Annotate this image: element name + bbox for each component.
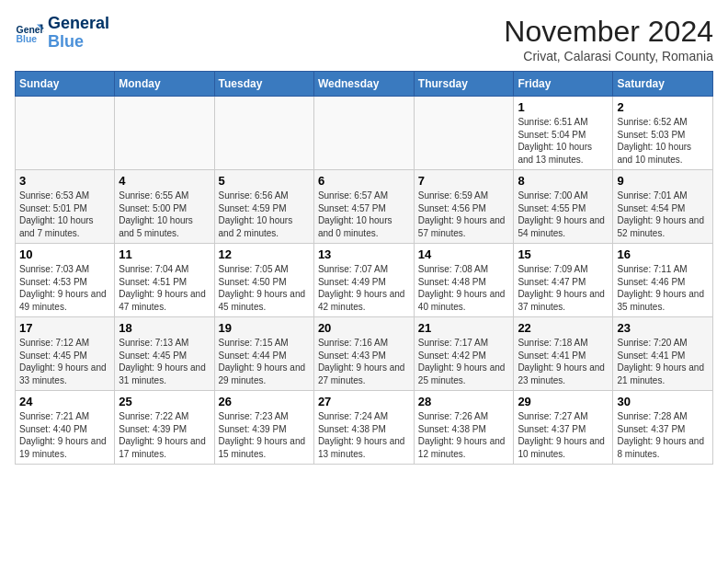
day-number: 28 [418, 395, 510, 408]
logo: General Blue General Blue [15, 15, 109, 52]
calendar-cell: 22Sunrise: 7:18 AM Sunset: 4:41 PM Dayli… [514, 317, 613, 391]
calendar-cell: 13Sunrise: 7:07 AM Sunset: 4:49 PM Dayli… [313, 244, 414, 317]
day-info: Sunrise: 6:59 AM Sunset: 4:56 PM Dayligh… [418, 190, 510, 239]
calendar-week-row: 24Sunrise: 7:21 AM Sunset: 4:40 PM Dayli… [16, 391, 713, 465]
day-info: Sunrise: 6:53 AM Sunset: 5:01 PM Dayligh… [19, 190, 110, 239]
day-info: Sunrise: 7:07 AM Sunset: 4:49 PM Dayligh… [318, 263, 410, 313]
day-info: Sunrise: 6:57 AM Sunset: 4:57 PM Dayligh… [318, 190, 410, 239]
day-info: Sunrise: 7:27 AM Sunset: 4:37 PM Dayligh… [518, 410, 609, 460]
calendar-cell [214, 97, 313, 170]
logo-blue: Blue [48, 33, 109, 52]
calendar-cell: 23Sunrise: 7:20 AM Sunset: 4:41 PM Dayli… [613, 317, 713, 391]
calendar-cell: 9Sunrise: 7:01 AM Sunset: 4:54 PM Daylig… [613, 170, 713, 244]
day-info: Sunrise: 6:51 AM Sunset: 5:04 PM Dayligh… [518, 116, 609, 166]
day-number: 27 [318, 395, 410, 408]
day-number: 23 [617, 321, 709, 335]
weekday-header: Monday [115, 72, 214, 97]
title-area: November 2024 Crivat, Calarasi County, R… [504, 15, 713, 63]
day-info: Sunrise: 7:08 AM Sunset: 4:48 PM Dayligh… [418, 263, 510, 313]
calendar-week-row: 17Sunrise: 7:12 AM Sunset: 4:45 PM Dayli… [16, 317, 713, 391]
day-info: Sunrise: 7:23 AM Sunset: 4:39 PM Dayligh… [219, 410, 310, 460]
day-info: Sunrise: 7:11 AM Sunset: 4:46 PM Dayligh… [617, 263, 709, 313]
day-info: Sunrise: 7:13 AM Sunset: 4:45 PM Dayligh… [119, 337, 210, 386]
calendar-cell: 11Sunrise: 7:04 AM Sunset: 4:51 PM Dayli… [115, 244, 214, 317]
calendar-cell [313, 97, 414, 170]
day-number: 21 [418, 321, 510, 335]
logo-icon: General Blue [15, 18, 44, 48]
day-number: 17 [19, 321, 110, 335]
logo-general: General [48, 15, 109, 33]
day-number: 12 [219, 247, 310, 261]
day-info: Sunrise: 7:00 AM Sunset: 4:55 PM Dayligh… [518, 190, 609, 239]
day-info: Sunrise: 7:04 AM Sunset: 4:51 PM Dayligh… [119, 263, 210, 313]
day-number: 15 [518, 247, 609, 261]
calendar-body: 1Sunrise: 6:51 AM Sunset: 5:04 PM Daylig… [16, 97, 713, 465]
day-number: 8 [518, 174, 609, 188]
day-number: 20 [318, 321, 410, 335]
calendar-cell: 3Sunrise: 6:53 AM Sunset: 5:01 PM Daylig… [16, 170, 115, 244]
day-number: 5 [219, 174, 310, 188]
calendar-cell: 14Sunrise: 7:08 AM Sunset: 4:48 PM Dayli… [414, 244, 514, 317]
day-number: 10 [19, 247, 110, 261]
month-title: November 2024 [504, 15, 713, 49]
day-number: 2 [617, 100, 709, 114]
header-row: SundayMondayTuesdayWednesdayThursdayFrid… [16, 72, 713, 97]
weekday-header: Tuesday [214, 72, 313, 97]
day-info: Sunrise: 6:56 AM Sunset: 4:59 PM Dayligh… [219, 190, 310, 239]
day-info: Sunrise: 7:12 AM Sunset: 4:45 PM Dayligh… [19, 337, 110, 386]
day-info: Sunrise: 7:09 AM Sunset: 4:47 PM Dayligh… [518, 263, 609, 313]
calendar-week-row: 10Sunrise: 7:03 AM Sunset: 4:53 PM Dayli… [16, 244, 713, 317]
day-info: Sunrise: 7:22 AM Sunset: 4:39 PM Dayligh… [119, 410, 210, 460]
day-info: Sunrise: 7:20 AM Sunset: 4:41 PM Dayligh… [617, 337, 709, 386]
day-info: Sunrise: 6:52 AM Sunset: 5:03 PM Dayligh… [617, 116, 709, 166]
day-info: Sunrise: 7:18 AM Sunset: 4:41 PM Dayligh… [518, 337, 609, 386]
svg-text:Blue: Blue [17, 34, 38, 44]
calendar-cell: 20Sunrise: 7:16 AM Sunset: 4:43 PM Dayli… [313, 317, 414, 391]
calendar-cell: 2Sunrise: 6:52 AM Sunset: 5:03 PM Daylig… [613, 97, 713, 170]
day-number: 18 [119, 321, 210, 335]
calendar-cell: 16Sunrise: 7:11 AM Sunset: 4:46 PM Dayli… [613, 244, 713, 317]
day-number: 30 [617, 395, 709, 408]
day-number: 22 [518, 321, 609, 335]
calendar-cell: 27Sunrise: 7:24 AM Sunset: 4:38 PM Dayli… [313, 391, 414, 465]
day-info: Sunrise: 7:01 AM Sunset: 4:54 PM Dayligh… [617, 190, 709, 239]
calendar-cell: 8Sunrise: 7:00 AM Sunset: 4:55 PM Daylig… [514, 170, 613, 244]
calendar-cell: 28Sunrise: 7:26 AM Sunset: 4:38 PM Dayli… [414, 391, 514, 465]
day-number: 1 [518, 100, 609, 114]
calendar-cell: 1Sunrise: 6:51 AM Sunset: 5:04 PM Daylig… [514, 97, 613, 170]
calendar-cell: 10Sunrise: 7:03 AM Sunset: 4:53 PM Dayli… [16, 244, 115, 317]
weekday-header: Thursday [414, 72, 514, 97]
weekday-header: Friday [514, 72, 613, 97]
day-number: 26 [219, 395, 310, 408]
calendar-cell: 30Sunrise: 7:28 AM Sunset: 4:37 PM Dayli… [613, 391, 713, 465]
calendar-cell: 7Sunrise: 6:59 AM Sunset: 4:56 PM Daylig… [414, 170, 514, 244]
day-number: 6 [318, 174, 410, 188]
day-number: 25 [119, 395, 210, 408]
day-number: 24 [19, 395, 110, 408]
calendar-cell: 6Sunrise: 6:57 AM Sunset: 4:57 PM Daylig… [313, 170, 414, 244]
calendar-cell [115, 97, 214, 170]
day-info: Sunrise: 7:17 AM Sunset: 4:42 PM Dayligh… [418, 337, 510, 386]
day-info: Sunrise: 7:05 AM Sunset: 4:50 PM Dayligh… [219, 263, 310, 313]
calendar-cell: 17Sunrise: 7:12 AM Sunset: 4:45 PM Dayli… [16, 317, 115, 391]
calendar-cell: 25Sunrise: 7:22 AM Sunset: 4:39 PM Dayli… [115, 391, 214, 465]
calendar-cell: 5Sunrise: 6:56 AM Sunset: 4:59 PM Daylig… [214, 170, 313, 244]
calendar-week-row: 3Sunrise: 6:53 AM Sunset: 5:01 PM Daylig… [16, 170, 713, 244]
day-number: 3 [19, 174, 110, 188]
day-number: 11 [119, 247, 210, 261]
calendar-cell: 29Sunrise: 7:27 AM Sunset: 4:37 PM Dayli… [514, 391, 613, 465]
day-number: 4 [119, 174, 210, 188]
calendar-cell: 4Sunrise: 6:55 AM Sunset: 5:00 PM Daylig… [115, 170, 214, 244]
day-number: 29 [518, 395, 609, 408]
weekday-header: Sunday [16, 72, 115, 97]
day-number: 9 [617, 174, 709, 188]
day-number: 14 [418, 247, 510, 261]
day-info: Sunrise: 7:28 AM Sunset: 4:37 PM Dayligh… [617, 410, 709, 460]
calendar-cell: 12Sunrise: 7:05 AM Sunset: 4:50 PM Dayli… [214, 244, 313, 317]
calendar-table: SundayMondayTuesdayWednesdayThursdayFrid… [15, 71, 713, 465]
calendar-cell: 18Sunrise: 7:13 AM Sunset: 4:45 PM Dayli… [115, 317, 214, 391]
calendar-cell: 21Sunrise: 7:17 AM Sunset: 4:42 PM Dayli… [414, 317, 514, 391]
day-info: Sunrise: 7:21 AM Sunset: 4:40 PM Dayligh… [19, 410, 110, 460]
calendar-cell: 24Sunrise: 7:21 AM Sunset: 4:40 PM Dayli… [16, 391, 115, 465]
day-info: Sunrise: 6:55 AM Sunset: 5:00 PM Dayligh… [119, 190, 210, 239]
